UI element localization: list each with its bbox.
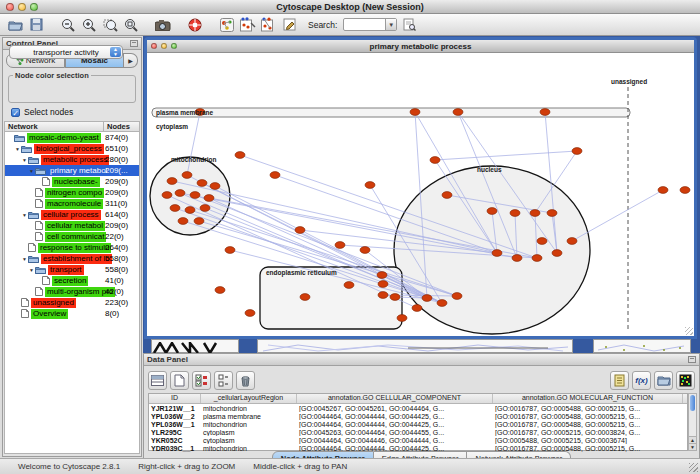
graph-node[interactable] <box>197 180 207 187</box>
tree-item-label[interactable]: biological_process <box>34 144 104 154</box>
graph-node[interactable] <box>430 157 440 164</box>
graph-node[interactable] <box>537 238 547 245</box>
app-resize-grip[interactable] <box>689 463 698 472</box>
select-nodes-checkbox[interactable]: ✓ <box>11 108 20 117</box>
graph-node[interactable] <box>365 182 375 189</box>
float-panel-icon[interactable] <box>130 40 138 47</box>
table-row[interactable]: YPL036W__2plasma membrane[GO:0044464, GO… <box>149 412 687 420</box>
graph-node[interactable] <box>487 208 497 215</box>
column-header[interactable]: annotation.GO MOLECULAR_FUNCTION <box>493 394 683 403</box>
graph-node[interactable] <box>225 247 235 254</box>
graph-node[interactable] <box>422 295 432 302</box>
column-header[interactable]: _cellularLayoutRegion <box>201 394 297 403</box>
tree-row[interactable]: response to stimulu264(0) <box>5 242 139 253</box>
tree-item-label[interactable]: secretion <box>52 276 88 286</box>
more-tabs-arrow-icon[interactable]: ▶ <box>124 53 138 68</box>
select-attributes-icon[interactable] <box>192 371 211 390</box>
delete-attribute-icon[interactable] <box>236 371 255 390</box>
tree-row[interactable]: cell communicat22(0) <box>5 231 139 242</box>
graph-node[interactable] <box>167 178 177 185</box>
tree-item-label[interactable]: unassigned <box>31 298 76 308</box>
zoom-out-icon[interactable] <box>59 16 77 34</box>
vizmapper-icon[interactable] <box>218 16 236 34</box>
graph-node[interactable] <box>245 310 255 317</box>
import-attributes-icon[interactable] <box>654 371 673 390</box>
graph-edge[interactable] <box>572 190 663 241</box>
graph-node[interactable] <box>185 207 195 214</box>
graph-node[interactable] <box>344 282 354 289</box>
tree-item-label[interactable]: mosaic-demo-yeast <box>27 133 101 143</box>
annotation-icon[interactable] <box>281 16 299 34</box>
table-row[interactable]: YLR295Ccytoplasm[GO:0045263, GO:0044464,… <box>149 428 687 436</box>
scroll-down-icon[interactable]: ▼ <box>689 443 696 450</box>
graph-node[interactable] <box>182 172 192 179</box>
table-scrollbar[interactable]: ▲ ▼ <box>688 393 697 451</box>
graph-node[interactable] <box>512 255 522 262</box>
graph-node[interactable] <box>378 292 388 299</box>
search-config-icon[interactable] <box>400 16 418 34</box>
tree-item-label[interactable]: cellular metabol <box>45 221 105 231</box>
graph-node[interactable] <box>378 281 388 288</box>
graph-node[interactable] <box>510 210 520 217</box>
tree-item-label[interactable]: cell communicat <box>45 232 106 242</box>
zoom-fit-icon[interactable] <box>122 16 140 34</box>
tree-row[interactable]: ▼biological_process651(0) <box>5 143 139 154</box>
window-resize-grip[interactable] <box>685 327 693 335</box>
graph-node[interactable] <box>412 305 422 312</box>
tree-row[interactable]: ▼cellular process614(0) <box>5 209 139 220</box>
scroll-up-icon[interactable]: ▲ <box>689 436 696 443</box>
graph-node[interactable] <box>547 210 557 217</box>
search-dropdown-icon[interactable]: ▼ <box>385 19 396 30</box>
graph-node[interactable] <box>397 315 407 322</box>
graph-node[interactable] <box>540 109 550 116</box>
tree-row[interactable]: multi-organism pro42(0) <box>5 286 139 297</box>
graph-edge[interactable] <box>435 151 577 160</box>
graph-node[interactable] <box>300 294 310 301</box>
expand-arrow-icon[interactable]: ▼ <box>21 256 28 262</box>
graph-node[interactable] <box>170 205 180 212</box>
node-color-dropdown[interactable]: transporter activity ▲▼ <box>9 45 123 59</box>
column-layout-icon[interactable] <box>148 371 167 390</box>
graph-node[interactable] <box>572 148 582 155</box>
tree-header-network[interactable]: Network <box>5 122 104 131</box>
tree-row[interactable]: ▼primary metabol209(... <box>5 165 139 176</box>
expand-arrow-icon[interactable]: ▼ <box>28 168 35 174</box>
table-row[interactable]: YJR121W__1mitochondrion[GO:0045267, GO:0… <box>149 404 687 412</box>
graph-node[interactable] <box>492 250 502 257</box>
help-icon[interactable] <box>186 16 204 34</box>
tree-item-label[interactable]: establishment of lo <box>41 254 112 264</box>
tree-row[interactable]: unassigned223(0) <box>5 297 139 308</box>
graph-node[interactable] <box>680 187 690 194</box>
graph-node[interactable] <box>295 227 305 234</box>
graph-node[interactable] <box>532 255 542 262</box>
float-panel-icon[interactable] <box>688 356 696 363</box>
layout-node-icon[interactable] <box>239 16 257 34</box>
expand-arrow-icon[interactable]: ▼ <box>28 267 35 273</box>
graph-node[interactable] <box>190 192 200 199</box>
graph-node[interactable] <box>530 210 540 217</box>
formula-builder-icon[interactable]: f(x) <box>632 371 651 390</box>
graph-node[interactable] <box>210 183 220 190</box>
graph-node[interactable] <box>175 190 185 197</box>
graph-node[interactable] <box>567 238 577 245</box>
graph-node[interactable] <box>658 187 668 194</box>
tree-row[interactable]: Overview8(0) <box>5 308 139 319</box>
tree-item-label[interactable]: primary metabol <box>48 166 109 176</box>
graph-node[interactable] <box>390 294 400 301</box>
graph-node[interactable] <box>178 218 188 225</box>
graph-node[interactable] <box>452 293 462 300</box>
new-attribute-icon[interactable] <box>170 371 189 390</box>
background-window-fragment[interactable] <box>151 339 239 353</box>
graph-node[interactable] <box>377 272 387 279</box>
layout-edge-icon[interactable] <box>260 16 278 34</box>
column-header[interactable]: ID <box>149 394 201 403</box>
graph-node[interactable] <box>552 250 562 257</box>
tree-item-label[interactable]: metabolic process <box>41 155 109 165</box>
table-row[interactable]: YPL036W__1mitochondrion[GO:0044464, GO:0… <box>149 420 687 428</box>
matrix-icon[interactable] <box>676 371 695 390</box>
tree-header-nodes[interactable]: Nodes <box>104 122 130 131</box>
tree-row[interactable]: nucleobase-209(0) <box>5 176 139 187</box>
network-graph[interactable]: plasma membranecytoplasmmitochondrionnuc… <box>147 53 694 336</box>
network-window-titlebar[interactable]: primary metabolic process <box>147 40 694 53</box>
graph-node[interactable] <box>335 242 345 249</box>
